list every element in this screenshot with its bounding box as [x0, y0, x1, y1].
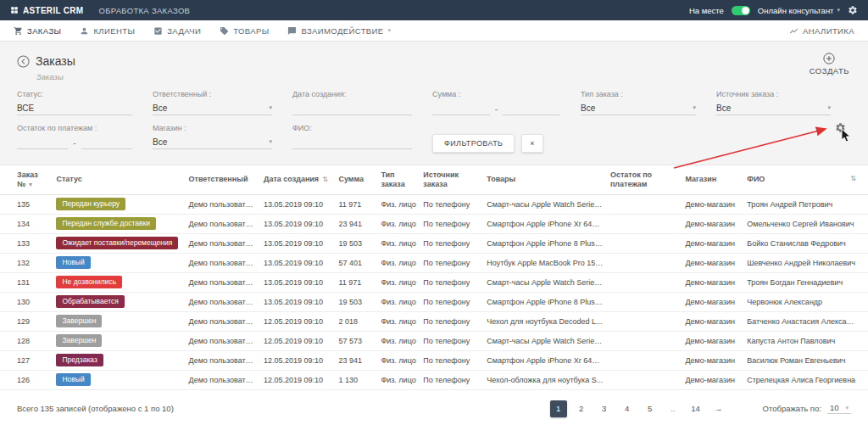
filter-responsible[interactable]: Ответственный : Все▾ [153, 90, 292, 115]
nav-label-analytics: АНАЛИТИКА [803, 26, 854, 36]
filter-status-label: Статус: [17, 90, 132, 98]
responsible-cell: Демо пользователь [186, 311, 260, 331]
order-number-cell: 128 [0, 331, 53, 350]
status-badge: Предзаказ [56, 354, 103, 366]
orders-table: Заказ №▾СтатусОтветственныйДата создания… [0, 165, 868, 390]
created-cell: 13.05.2019 09:10 [260, 194, 335, 214]
status-cell: Ожидает поставки/перемещения [53, 233, 185, 253]
pagination-page-4[interactable]: 4 [619, 400, 636, 417]
table-row-order-132[interactable]: 132НовыйДемо пользователь13.05.2019 09:1… [0, 253, 868, 272]
filter-payment-balance-from[interactable] [17, 135, 68, 149]
pagination-page-1[interactable]: 1 [550, 400, 567, 417]
breadcrumb[interactable]: Заказы [36, 72, 851, 81]
products-cell: Смарт-часы Apple Watch Series ... [483, 331, 607, 350]
table-row-order-134[interactable]: 134Передан службе доставкиДемо пользоват… [0, 214, 868, 233]
pagination-page-3[interactable]: 3 [596, 400, 613, 417]
plus-circle-icon [823, 53, 835, 64]
filter-sum-from[interactable] [432, 101, 490, 115]
products-icon [220, 26, 229, 36]
presence-toggle[interactable] [732, 6, 750, 15]
column-header-payment-balance[interactable]: Остаток по платежам [607, 165, 682, 194]
sort-chevron-icon[interactable]: ▾ [29, 181, 32, 188]
column-header-fio[interactable]: ФИО⇅ [743, 165, 868, 194]
order-number-cell: 129 [0, 311, 53, 331]
column-header-order-type[interactable]: Тип заказа [377, 165, 420, 194]
table-row-order-127[interactable]: 127ПредзаказДемо пользователь12.05.2019 … [0, 350, 868, 370]
filter-payment-balance-to[interactable] [81, 135, 132, 149]
brand[interactable]: ASTERIL CRM [10, 6, 83, 15]
nav-analytics[interactable]: АНАЛИТИКА [789, 26, 854, 36]
toggle-knob [742, 7, 749, 14]
column-header-status[interactable]: Статус [53, 165, 185, 194]
created-cell: 13.05.2019 09:10 [260, 233, 335, 253]
table-footer: Всего 135 записей (отображено с 1 по 10)… [0, 390, 868, 425]
order-source-cell: По телефону [420, 194, 483, 214]
pagination-page-2[interactable]: 2 [573, 400, 590, 417]
column-header-shop[interactable]: Магазин [682, 165, 743, 194]
filter-apply-button[interactable]: ФИЛЬТРОВАТЬ [432, 134, 515, 153]
filter-date-created[interactable]: Дата создания: [292, 90, 432, 115]
pagination-page-14[interactable]: 14 [687, 400, 704, 417]
settings-gear-icon[interactable] [848, 5, 858, 15]
nav-tab-tasks[interactable]: ЗАДАЧИ [153, 26, 201, 36]
order-type-cell: Физ. лицо [377, 272, 420, 292]
created-cell: 12.05.2019 09:10 [260, 370, 335, 389]
filter-sum[interactable]: Сумма : - [432, 90, 581, 115]
filter-date-created-label: Дата создания: [292, 90, 412, 98]
order-type-cell: Физ. лицо [377, 311, 420, 331]
nav-tab-products[interactable]: ТОВАРЫ [220, 26, 269, 36]
filter-order-source[interactable]: Источник заказа : Все▾ [716, 90, 851, 115]
table-row-order-135[interactable]: 135Передан курьеруДемо пользователь13.05… [0, 194, 868, 214]
responsible-cell: Демо пользователь [186, 272, 260, 292]
filter-shop[interactable]: Магазин : Все▾ [153, 124, 292, 153]
pagination-page-5[interactable]: 5 [642, 400, 659, 417]
order-type-cell: Физ. лицо [377, 350, 420, 370]
pagination-next-button[interactable]: → [710, 400, 727, 417]
page-back-icon[interactable] [17, 55, 30, 68]
sort-updown-icon[interactable]: ⇅ [850, 175, 856, 183]
nav-tab-orders[interactable]: ЗАКАЗЫ [14, 26, 61, 36]
filter-fio[interactable]: ФИО: [292, 124, 432, 153]
status-cell: Не дозвонились [53, 272, 185, 292]
filter-order-type-label: Тип заказа : [581, 90, 696, 98]
table-row-order-133[interactable]: 133Ожидает поставки/перемещенияДемо поль… [0, 233, 868, 253]
order-type-cell: Физ. лицо [377, 233, 420, 253]
table-row-order-129[interactable]: 129ЗавершенДемо пользователь12.05.2019 0… [0, 311, 868, 331]
nav-tab-clients[interactable]: КЛИЕНТЫ [80, 26, 135, 36]
payment-balance-cell [607, 292, 682, 311]
topbar-module-order-processing[interactable]: ОБРАБОТКА ЗАКАЗОВ [98, 6, 190, 15]
online-consultant-menu[interactable]: Онлайн консультант ▾ [758, 6, 840, 15]
filter-sum-to[interactable] [503, 101, 560, 115]
sort-updown-icon[interactable]: ⇅ [322, 176, 328, 183]
nav-tab-interaction[interactable]: ВЗАИМОДЕЙСТВИЕ ▾ [287, 26, 391, 36]
filter-clear-button[interactable]: × [521, 134, 543, 153]
table-row-order-131[interactable]: 131Не дозвонилисьДемо пользователь13.05.… [0, 272, 868, 292]
table-row-order-130[interactable]: 130ОбрабатываетсяДемо пользователь13.05.… [0, 292, 868, 311]
order-number-cell: 133 [0, 233, 53, 253]
order-type-cell: Физ. лицо [377, 331, 420, 350]
shop-cell: Демо-магазин [682, 292, 743, 311]
table-row-order-128[interactable]: 128ЗавершенДемо пользователь12.05.2019 0… [0, 331, 868, 350]
table-row-order-126[interactable]: 126НовыйДемо пользователь12.05.2019 09:1… [0, 370, 868, 389]
filter-status[interactable]: Статус: ВСЕ [17, 90, 153, 115]
filter-sum-label: Сумма : [432, 90, 560, 98]
column-header-order-source[interactable]: Источник заказа [420, 165, 483, 194]
column-settings-gear-icon[interactable] [835, 122, 846, 133]
pagination: 12345..14→ [550, 400, 727, 417]
chevron-down-icon: ▾ [845, 405, 849, 411]
filter-payment-balance[interactable]: Остаток по платежам : - [17, 124, 153, 153]
order-source-cell: По телефону [420, 350, 483, 370]
per-page-control[interactable]: Отображать по: 10 ▾ [763, 403, 851, 414]
column-header-created[interactable]: Дата создания⇅ [260, 165, 335, 194]
column-header-sum[interactable]: Сумма [335, 165, 377, 194]
create-order-button[interactable]: СОЗДАТЬ [810, 53, 849, 75]
fio-cell: Троян Богдан Геннадиевич [743, 272, 868, 292]
filter-order-type[interactable]: Тип заказа : Все▾ [581, 90, 716, 115]
column-header-order-number[interactable]: Заказ №▾ [0, 165, 53, 194]
cart-icon [14, 26, 23, 36]
column-header-products[interactable]: Товары [483, 165, 607, 194]
brand-label: ASTERIL CRM [23, 6, 83, 15]
column-header-responsible[interactable]: Ответственный [186, 165, 260, 194]
nav-label-interaction: ВЗАИМОДЕЙСТВИЕ [301, 26, 383, 36]
status-cell: Новый [53, 253, 185, 272]
